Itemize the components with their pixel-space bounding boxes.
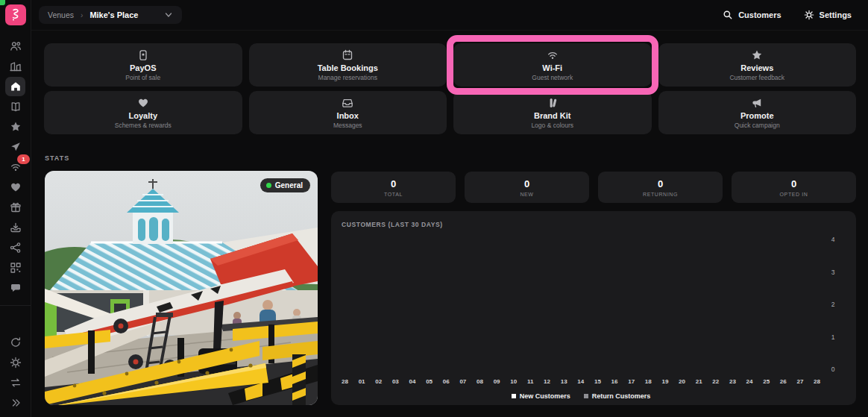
card-inbox[interactable]: Inbox Messages (249, 91, 447, 134)
card-title: Inbox (337, 111, 359, 120)
y-tick: 4 (831, 236, 835, 243)
card-promote[interactable]: Promote Quick campaign (658, 91, 857, 134)
sidebar-item-loyalty[interactable] (5, 178, 25, 197)
customers-button-label: Customers (738, 10, 781, 19)
stat-value: 0 (658, 178, 663, 189)
x-tick: 24 (746, 378, 753, 385)
bar-slot (755, 236, 771, 373)
card-loyalty[interactable]: Loyalty Schemes & rewards (44, 91, 242, 134)
main-content: PayOS Point of sale Table Bookings Manag… (31, 31, 868, 417)
x-tick: 10 (510, 378, 517, 385)
megaphone-icon (751, 97, 763, 109)
x-tick: 14 (577, 378, 584, 385)
x-tick: 12 (544, 378, 550, 385)
sidebar-item-settings[interactable] (5, 353, 25, 372)
card-subtitle: Schemes & rewards (115, 122, 172, 129)
chevron-down-icon[interactable] (164, 10, 173, 19)
star-icon (10, 121, 22, 133)
sidebar-item-wifi[interactable]: 1 (5, 157, 25, 177)
x-tick: 20 (679, 378, 685, 385)
card-payos[interactable]: PayOS Point of sale (44, 43, 242, 87)
card-title: Reviews (740, 63, 773, 72)
stat-label: OPTED IN (780, 192, 808, 197)
sidebar-item-home[interactable] (5, 77, 25, 96)
sidebar-item-qr-codes[interactable] (5, 258, 25, 278)
bar-slot (374, 236, 391, 373)
sidebar-item-collapse[interactable] (5, 393, 25, 413)
stat-label: TOTAL (384, 192, 403, 197)
inbox-icon (342, 97, 353, 109)
sidebar-item-menus[interactable] (5, 97, 25, 116)
chart-legend: New CustomersReturn Customers (342, 392, 820, 400)
sidebar-item-reviews[interactable] (5, 117, 25, 137)
stat-opted-in: 0 OPTED IN (732, 172, 856, 203)
bar-slot (391, 236, 407, 373)
customers-chart-card: CUSTOMERS (LAST 30 DAYS) 43210 280102030… (331, 211, 856, 405)
stat-value: 0 (791, 178, 796, 189)
breadcrumb[interactable]: Venues › Mike's Place (39, 6, 182, 24)
stat-summary-row: 0 TOTAL 0 NEW 0 RETURNING 0 OPTED IN (331, 172, 856, 203)
bar-slot (622, 236, 638, 373)
settings-button[interactable]: Settings (804, 10, 852, 20)
y-tick: 1 (831, 333, 835, 341)
customers-button[interactable]: Customers (723, 10, 781, 20)
bar-slot (672, 236, 688, 373)
legend-swatch (584, 394, 588, 398)
sidebar-item-transfers[interactable] (5, 373, 25, 392)
search-icon (723, 10, 733, 20)
feature-grid: PayOS Point of sale Table Bookings Manag… (44, 43, 856, 134)
stat-new: 0 NEW (465, 172, 589, 203)
heart-icon (10, 181, 22, 193)
top-bar: Venues › Mike's Place Customers Settings (31, 0, 868, 31)
bar-slot (589, 236, 606, 373)
wifi-notification-badge: 1 (17, 154, 30, 164)
settings-button-label: Settings (820, 10, 852, 19)
x-tick: 01 (359, 378, 365, 385)
stat-value: 0 (391, 178, 396, 189)
x-tick: 04 (409, 378, 416, 385)
x-tick: 13 (561, 378, 567, 385)
card-wifi[interactable]: Wi-Fi Guest network (453, 43, 652, 87)
sidebar-item-gifts[interactable] (5, 198, 25, 217)
x-tick: 18 (645, 378, 652, 385)
bar-slot (639, 236, 655, 373)
bar-slot (804, 236, 820, 373)
x-tick: 02 (375, 378, 382, 385)
stat-label: RETURNING (643, 192, 678, 197)
sidebar-item-customers[interactable] (5, 37, 25, 56)
bar-slot (721, 236, 738, 373)
sidebar-item-messages[interactable] (5, 278, 25, 298)
x-tick: 08 (477, 378, 483, 385)
stats-column: 0 TOTAL 0 NEW 0 RETURNING 0 OPTED IN CUS… (331, 172, 856, 405)
share-nodes-icon (10, 242, 22, 254)
sidebar-item-venues[interactable] (5, 57, 25, 76)
sidebar: 1 (0, 0, 31, 417)
venue-photo (45, 171, 318, 405)
recording-indicator (0, 0, 5, 5)
stat-total: 0 TOTAL (331, 172, 456, 203)
breadcrumb-current-venue[interactable]: Mike's Place (89, 10, 138, 19)
sidebar-item-sync[interactable] (5, 333, 25, 352)
x-tick: 22 (712, 378, 719, 385)
x-tick: 21 (696, 378, 702, 385)
bar-slot (424, 236, 441, 373)
bar-slot (408, 236, 424, 373)
sidebar-item-pos[interactable] (5, 218, 25, 237)
bar-slot (787, 236, 804, 373)
card-subtitle: Guest network (532, 74, 573, 81)
card-reviews[interactable]: Reviews Customer feedback (658, 43, 857, 87)
plot-bars (342, 236, 820, 373)
gear-icon (10, 357, 22, 369)
breadcrumb-venues[interactable]: Venues (48, 10, 74, 19)
card-table-bookings[interactable]: Table Bookings Manage reservations (249, 43, 447, 87)
app-logo[interactable] (5, 4, 26, 25)
card-subtitle: Logo & colours (531, 122, 573, 129)
sync-icon (10, 336, 22, 348)
stat-value: 0 (524, 178, 529, 189)
card-brand-kit[interactable]: Brand Kit Logo & colours (453, 91, 652, 134)
card-subtitle: Point of sale (125, 74, 160, 81)
bar-slot (358, 236, 374, 373)
chart-title: CUSTOMERS (LAST 30 DAYS) (342, 221, 846, 228)
sidebar-item-integrations[interactable] (5, 238, 25, 257)
bar-slot (606, 236, 622, 373)
